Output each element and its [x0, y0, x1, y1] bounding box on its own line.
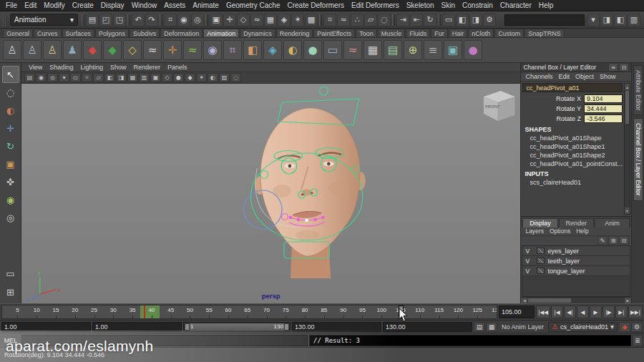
go-to-end-button[interactable]: ▶▶|: [628, 305, 643, 318]
menu-character[interactable]: Character: [497, 1, 535, 10]
move-tool[interactable]: ✛: [2, 119, 19, 137]
play-backwards-button[interactable]: ◀: [577, 305, 589, 318]
shelf-playblast-icon[interactable]: ▭: [323, 40, 342, 60]
new-scene-icon[interactable]: ▤: [86, 14, 99, 26]
group-collapser-snapping[interactable]: [319, 14, 322, 26]
current-time-field[interactable]: 105.00: [499, 305, 535, 318]
field-chart-icon[interactable]: ▦: [127, 73, 138, 82]
safe-title-icon[interactable]: ▣: [150, 73, 161, 82]
panel-menu-show[interactable]: Show: [107, 64, 130, 71]
gate-mask-icon[interactable]: ◨: [116, 73, 127, 82]
command-line-mode-label[interactable]: MEL: [1, 337, 20, 344]
select-surfaces-icon[interactable]: ▦: [264, 14, 277, 26]
selected-object-name[interactable]: cc_headPivot_a01: [522, 83, 623, 92]
menu-assets[interactable]: Assets: [160, 1, 189, 10]
channel-box-menu-channels[interactable]: Channels: [522, 73, 555, 80]
layer-row-tongue-layer[interactable]: Vtongue_layer: [522, 266, 630, 276]
range-slider-bar[interactable]: 1 130: [183, 322, 291, 332]
step-back-key-button[interactable]: |◀: [551, 305, 563, 318]
menu-geometry-cache[interactable]: Geometry Cache: [223, 1, 284, 10]
shelf-tab-toon[interactable]: Toon: [356, 29, 377, 37]
status-line-grip[interactable]: [3, 14, 6, 26]
layer-visibility-toggle[interactable]: V: [522, 268, 532, 275]
layer-editor-tab-anim[interactable]: Anim: [595, 218, 630, 228]
play-forwards-button[interactable]: ▶: [590, 305, 602, 318]
soft-modification-tool[interactable]: ◉: [2, 191, 19, 208]
input-connections-icon[interactable]: ⇥: [396, 14, 409, 26]
shape-node[interactable]: cc_headPivot_a01Shape2: [522, 151, 623, 160]
film-gate-icon[interactable]: ▱: [93, 73, 104, 82]
single-pane-layout-button[interactable]: ▭: [2, 265, 19, 282]
side-tab-channel-box-layer-editor[interactable]: Channel Box / Layer Editor: [633, 118, 643, 201]
menu-animate[interactable]: Animate: [189, 1, 223, 10]
shelf-tab-subdivs[interactable]: Subdivs: [130, 29, 160, 37]
auto-keyframe-toggle[interactable]: ◆: [619, 322, 630, 332]
view-grid-icon[interactable]: ⌗: [82, 73, 92, 82]
character-set-selector[interactable]: ♙ cs_claireHead01 ▾: [548, 322, 618, 332]
layer-menu-options[interactable]: Options: [547, 228, 573, 235]
shelf-character-member-icon[interactable]: ♟: [63, 40, 82, 60]
anim-layer-weight-icon[interactable]: ▦: [486, 322, 497, 332]
shelf-character-set-icon[interactable]: ♙: [23, 40, 42, 60]
current-time-indicator[interactable]: [399, 305, 404, 318]
shelf-constraint-icon[interactable]: ⊕: [404, 40, 422, 60]
menu-skin[interactable]: Skin: [438, 1, 459, 10]
menu-create-deformers[interactable]: Create Deformers: [284, 1, 348, 10]
anim-layer-filter-icon[interactable]: ▤: [474, 322, 485, 332]
shelf-graph-editor-icon[interactable]: ≈: [343, 40, 362, 60]
save-scene-icon[interactable]: ◳: [113, 14, 126, 26]
group-collapser-render[interactable]: [438, 14, 441, 26]
panel-menu-lighting[interactable]: Lighting: [77, 64, 107, 71]
new-empty-layer-icon[interactable]: ⊞: [608, 236, 618, 245]
shelf-tab-fur[interactable]: Fur: [431, 29, 448, 37]
sidebar-tool-settings-icon[interactable]: ◧: [614, 14, 627, 26]
shelf-tab-ncloth[interactable]: nCloth: [468, 29, 494, 37]
step-forward-frame-button[interactable]: |▶: [602, 305, 615, 318]
make-live-icon[interactable]: ◌: [378, 14, 391, 26]
select-handles-icon[interactable]: ✛: [223, 14, 236, 26]
channel-value-field[interactable]: -3.546: [584, 114, 623, 123]
isolate-select-icon[interactable]: ◌: [230, 73, 241, 82]
lock-camera-icon[interactable]: ◉: [36, 73, 47, 82]
menu-set-selector[interactable]: Animation ▾: [10, 14, 78, 26]
channel-box-menu-edit[interactable]: Edit: [555, 73, 572, 80]
scrollbar-track[interactable]: [625, 124, 630, 207]
resolution-gate-icon[interactable]: ◧: [104, 73, 115, 82]
shadows-icon[interactable]: ◐: [208, 73, 218, 82]
snap-to-curve-icon[interactable]: ≈: [337, 14, 350, 26]
shelf-trax-editor-icon[interactable]: ▤: [384, 40, 402, 60]
undo-icon[interactable]: ↶: [132, 14, 145, 26]
snap-to-plane-icon[interactable]: ▱: [364, 14, 377, 26]
select-dynamics-icon[interactable]: ✶: [291, 14, 304, 26]
menu-create[interactable]: Create: [69, 1, 97, 10]
menu-constrain[interactable]: Constrain: [459, 1, 497, 10]
channel-value-field[interactable]: 9.104: [584, 94, 623, 103]
group-collapser-scene[interactable]: [82, 14, 84, 26]
snap-to-grid-icon[interactable]: ⌗: [323, 14, 336, 26]
scale-tool[interactable]: ▣: [2, 155, 19, 172]
menu-help[interactable]: Help: [535, 1, 557, 10]
open-scene-icon[interactable]: ◰: [99, 14, 112, 26]
select-component-icon[interactable]: ◎: [191, 14, 204, 26]
render-view-icon[interactable]: ▭: [442, 14, 455, 26]
shelf-expression-editor-icon[interactable]: ≡: [424, 40, 442, 60]
shelf-subcharacter-icon[interactable]: ♙: [43, 40, 62, 60]
layer-row-teeth-layer[interactable]: Vteeth_layer: [522, 256, 630, 266]
animation-end-field[interactable]: [383, 322, 472, 332]
select-camera-icon[interactable]: ▤: [24, 73, 35, 82]
shelf-motion-trail-icon[interactable]: ≈: [143, 40, 162, 60]
shelf-lattice-icon[interactable]: ⌗: [223, 40, 242, 60]
bookmark-icon[interactable]: ▾: [59, 73, 69, 82]
xray-icon[interactable]: ▨: [219, 73, 230, 82]
pin-panel-icon[interactable]: ⊡: [619, 63, 629, 72]
layer-list-scrollbar[interactable]: ◀ ▶: [521, 297, 631, 303]
view-cube[interactable]: FRONT: [484, 91, 515, 121]
panel-menu-renderer[interactable]: Renderer: [130, 64, 164, 71]
step-forward-key-button[interactable]: ▶|: [615, 305, 628, 318]
shelf-sculpt-deformer-icon[interactable]: ◐: [283, 40, 302, 60]
select-rendering-icon[interactable]: ▩: [305, 14, 318, 26]
shelf-set-driven-key-icon[interactable]: ◇: [123, 40, 142, 60]
shelf-dope-sheet-icon[interactable]: ▦: [364, 40, 382, 60]
selection-input[interactable]: [504, 14, 585, 26]
playback-end-field[interactable]: [292, 322, 381, 332]
